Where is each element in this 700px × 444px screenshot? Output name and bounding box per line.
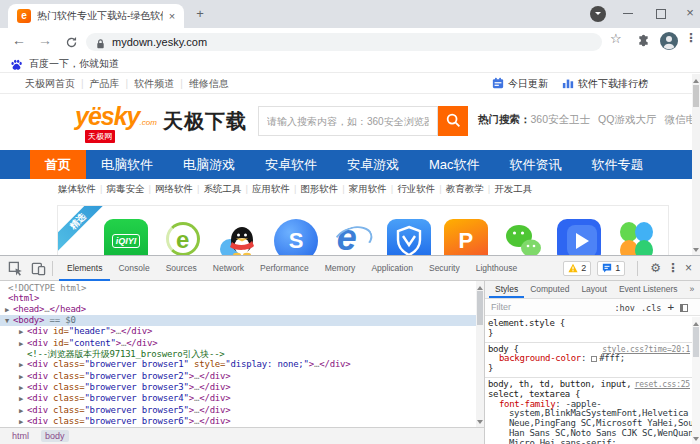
devtools-tab-console[interactable]: Console — [110, 256, 157, 281]
hot-search-link[interactable]: QQ游戏大厅 — [598, 113, 656, 125]
sidebar-tabs-more-icon[interactable]: » — [684, 281, 700, 298]
devtools-tab-network[interactable]: Network — [205, 256, 252, 281]
subnav-link[interactable]: 应用软件 — [252, 183, 290, 194]
wechat-icon[interactable] — [501, 219, 545, 255]
padlock-icon[interactable] — [95, 36, 106, 54]
tree-row[interactable]: <html> — [0, 293, 476, 303]
window-maximize-button[interactable] — [648, 0, 672, 26]
clover-icon[interactable] — [614, 219, 658, 255]
tab-search-button[interactable] — [590, 6, 606, 22]
styles-toggle[interactable]: .cls — [641, 303, 661, 313]
subnav-link[interactable]: 系统工具 — [203, 183, 241, 194]
devtools-tab-security[interactable]: Security — [421, 256, 468, 281]
video-player-icon[interactable] — [557, 219, 601, 255]
scroll-up-icon[interactable] — [693, 76, 699, 83]
topbar-link[interactable]: 产品库 — [90, 78, 120, 89]
tree-row[interactable]: ▶<div class="browerver browser3">…</div> — [0, 382, 476, 393]
disclosure-arrow-icon[interactable]: ▶ — [19, 327, 27, 337]
topbar-link[interactable]: 维修信息 — [189, 78, 229, 89]
qq-icon[interactable] — [217, 219, 261, 255]
topbar-tool[interactable]: 今日更新 — [492, 77, 548, 91]
nav-item[interactable]: 安卓软件 — [250, 150, 332, 179]
scrollbar-thumb[interactable] — [693, 327, 699, 357]
devtools-tab-performance[interactable]: Performance — [252, 256, 317, 281]
profile-avatar[interactable] — [660, 32, 678, 54]
subnav-link[interactable]: 教育教学 — [446, 183, 484, 194]
breadcrumb-item[interactable]: body — [41, 430, 69, 442]
subnav-link[interactable]: 家用软件 — [349, 183, 387, 194]
disclosure-arrow-icon[interactable]: ▶ — [19, 406, 27, 416]
page-scrollbar[interactable] — [692, 74, 700, 255]
extensions-puzzle-icon[interactable] — [636, 33, 651, 52]
tree-row[interactable]: ▶<div id="header">…</div> — [0, 326, 476, 337]
inspect-element-icon[interactable] — [8, 261, 23, 276]
tree-row[interactable]: <!DOCTYPE html> — [0, 283, 476, 293]
tree-row[interactable]: ▶<div class="browerver browser1" style="… — [0, 359, 476, 370]
subnav-link[interactable]: 开发工具 — [494, 183, 532, 194]
sidebar-tab-event-listeners[interactable]: Event Listeners — [613, 281, 684, 298]
tree-row[interactable]: <!--浏览器版本升级97131_broswero引入块--> — [0, 349, 476, 359]
tree-row[interactable]: ▶<div class="browerver browser2">…</div> — [0, 371, 476, 382]
topbar-link[interactable]: 天极网首页 — [25, 78, 75, 89]
search-button[interactable] — [438, 106, 468, 136]
nav-item[interactable]: 软件资讯 — [495, 150, 577, 179]
devtools-tab-memory[interactable]: Memory — [317, 256, 364, 281]
window-minimize-button[interactable] — [616, 0, 640, 26]
bookmark-item[interactable]: 百度一下，你就知道 — [10, 55, 119, 73]
nav-item[interactable]: 安卓游戏 — [332, 150, 414, 179]
disclosure-arrow-icon[interactable]: ▶ — [19, 394, 27, 404]
warnings-badge[interactable]: 2 — [563, 261, 591, 276]
subnav-link[interactable]: 网络软件 — [155, 183, 193, 194]
styles-scrollbar[interactable] — [692, 317, 700, 444]
issues-badge[interactable]: 1 — [597, 261, 625, 276]
browser-tab[interactable]: e 热门软件专业下载站-绿色软件免 × — [8, 4, 184, 28]
pc-manager-icon[interactable] — [387, 219, 431, 255]
chrome-menu-kebab-icon[interactable]: ⋮ — [685, 31, 697, 45]
devtools-tab-lighthouse[interactable]: Lighthouse — [468, 256, 526, 281]
back-button[interactable]: ← — [8, 29, 30, 51]
color-swatch[interactable] — [591, 356, 597, 362]
devtools-menu-kebab-icon[interactable]: ⋮ — [667, 261, 679, 276]
elements-scrollbar[interactable] — [476, 281, 484, 427]
sidebar-panel-icon[interactable] — [680, 304, 688, 312]
styles-toggle[interactable]: + — [667, 301, 674, 314]
window-close-button[interactable]: × — [678, 0, 700, 26]
subnav-link[interactable]: 媒体软件 — [58, 183, 96, 194]
tree-row[interactable]: ▶<div class="browerver browser6">…</div> — [0, 416, 476, 427]
forward-button[interactable]: → — [34, 29, 56, 51]
ie-icon[interactable]: e — [331, 219, 375, 255]
disclosure-arrow-icon[interactable]: ▶ — [19, 339, 27, 349]
iqiyi-icon[interactable]: iQIYI — [104, 219, 148, 255]
tree-row[interactable]: ▶<div id="content">…</div> — [0, 338, 476, 349]
scroll-down-icon[interactable] — [692, 246, 700, 255]
nav-item[interactable]: 电脑游戏 — [168, 150, 250, 179]
bookmark-star-icon[interactable]: ☆ — [610, 31, 622, 46]
styles-filter-input[interactable] — [491, 300, 581, 314]
subnav-link[interactable]: 图形软件 — [300, 183, 338, 194]
disclosure-arrow-icon[interactable]: ▶ — [19, 383, 27, 393]
topbar-tool[interactable]: 软件下载排行榜 — [562, 77, 648, 91]
subnav-link[interactable]: 病毒安全 — [106, 183, 144, 194]
sogou-icon[interactable]: S — [274, 219, 318, 255]
disclosure-arrow-icon[interactable]: ▶ — [19, 360, 27, 370]
devtools-close-icon[interactable]: × — [685, 261, 692, 276]
search-input[interactable] — [258, 106, 438, 136]
devtools-tab-application[interactable]: Application — [363, 256, 421, 281]
tree-row[interactable]: ▼<body> == $0 — [0, 315, 476, 326]
wps-icon[interactable]: P — [444, 219, 488, 255]
url-text[interactable]: mydown.yesky.com — [112, 33, 207, 51]
nav-item[interactable]: 电脑软件 — [86, 150, 168, 179]
devtools-tab-sources[interactable]: Sources — [158, 256, 205, 281]
nav-item[interactable]: Mac软件 — [414, 150, 495, 179]
disclosure-arrow-icon[interactable]: ▶ — [19, 372, 27, 382]
tab-close-icon[interactable]: × — [165, 9, 179, 23]
refresh-button[interactable] — [60, 29, 82, 51]
sidebar-tab-styles[interactable]: Styles — [489, 281, 524, 298]
site-logo[interactable]: yësky.com 天极网 — [75, 102, 157, 131]
360-browser-icon[interactable]: e — [161, 219, 205, 255]
disclosure-arrow-icon[interactable]: ▶ — [5, 305, 13, 315]
disclosure-arrow-icon[interactable]: ▼ — [5, 316, 13, 326]
devtools-tab-elements[interactable]: Elements — [59, 256, 110, 281]
tree-row[interactable]: ▶<head>…</head> — [0, 304, 476, 315]
address-bar[interactable]: mydown.yesky.com — [86, 33, 602, 51]
